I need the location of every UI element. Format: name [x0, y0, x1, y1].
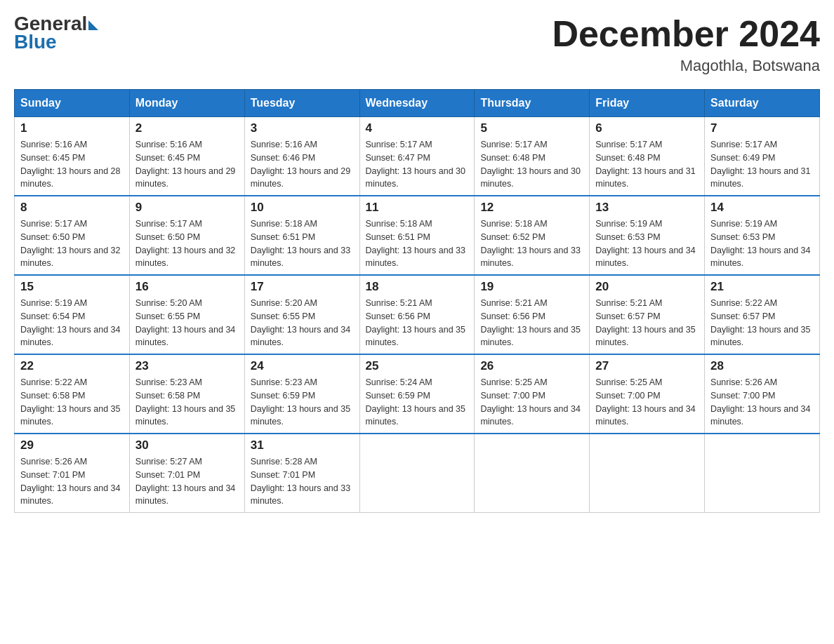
day-number: 20 — [595, 280, 699, 294]
calendar-cell: 14Sunrise: 5:19 AMSunset: 6:53 PMDayligh… — [705, 196, 820, 275]
calendar-cell: 10Sunrise: 5:18 AMSunset: 6:51 PMDayligh… — [244, 196, 359, 275]
title-block: December 2024 Magothla, Botswana — [552, 14, 820, 75]
calendar-cell: 13Sunrise: 5:19 AMSunset: 6:53 PMDayligh… — [590, 196, 705, 275]
day-number: 6 — [595, 121, 699, 135]
day-number: 24 — [251, 359, 354, 373]
day-number: 30 — [135, 438, 239, 452]
day-number: 22 — [20, 359, 124, 373]
day-info: Sunrise: 5:16 AMSunset: 6:46 PMDaylight:… — [251, 138, 354, 191]
calendar-cell: 2Sunrise: 5:16 AMSunset: 6:45 PMDaylight… — [129, 117, 244, 196]
logo: General Blue — [14, 14, 98, 52]
day-info: Sunrise: 5:25 AMSunset: 7:00 PMDaylight:… — [595, 376, 699, 429]
logo-text-blue: Blue — [14, 32, 98, 52]
day-number: 16 — [135, 280, 239, 294]
day-info: Sunrise: 5:18 AMSunset: 6:52 PMDaylight:… — [480, 217, 583, 270]
day-info: Sunrise: 5:16 AMSunset: 6:45 PMDaylight:… — [20, 138, 124, 191]
calendar-cell: 24Sunrise: 5:23 AMSunset: 6:59 PMDayligh… — [244, 354, 359, 434]
day-info: Sunrise: 5:18 AMSunset: 6:51 PMDaylight:… — [366, 217, 469, 270]
day-number: 13 — [595, 201, 699, 215]
day-info: Sunrise: 5:22 AMSunset: 6:58 PMDaylight:… — [20, 376, 124, 429]
calendar-cell: 18Sunrise: 5:21 AMSunset: 6:56 PMDayligh… — [359, 275, 475, 354]
calendar-week-row: 15Sunrise: 5:19 AMSunset: 6:54 PMDayligh… — [15, 275, 820, 354]
day-info: Sunrise: 5:27 AMSunset: 7:01 PMDaylight:… — [135, 455, 239, 508]
day-number: 15 — [20, 280, 124, 294]
calendar-week-row: 1Sunrise: 5:16 AMSunset: 6:45 PMDaylight… — [15, 117, 820, 196]
day-number: 14 — [710, 201, 814, 215]
day-number: 7 — [710, 121, 814, 135]
day-info: Sunrise: 5:19 AMSunset: 6:53 PMDaylight:… — [595, 217, 699, 270]
logo-arrow-icon — [88, 20, 98, 30]
day-number: 12 — [480, 201, 583, 215]
calendar-cell: 27Sunrise: 5:25 AMSunset: 7:00 PMDayligh… — [590, 354, 705, 434]
day-number: 21 — [710, 280, 814, 294]
day-number: 9 — [135, 201, 239, 215]
calendar-cell: 7Sunrise: 5:17 AMSunset: 6:49 PMDaylight… — [705, 117, 820, 196]
page-header: General Blue December 2024 Magothla, Bot… — [14, 14, 820, 75]
day-number: 1 — [20, 121, 124, 135]
day-number: 31 — [251, 438, 354, 452]
day-info: Sunrise: 5:25 AMSunset: 7:00 PMDaylight:… — [480, 376, 583, 429]
day-info: Sunrise: 5:17 AMSunset: 6:48 PMDaylight:… — [595, 138, 699, 191]
day-number: 29 — [20, 438, 124, 452]
calendar-cell: 6Sunrise: 5:17 AMSunset: 6:48 PMDaylight… — [590, 117, 705, 196]
day-number: 4 — [366, 121, 469, 135]
calendar-cell — [359, 434, 475, 513]
calendar-cell — [705, 434, 820, 513]
day-number: 11 — [366, 201, 469, 215]
day-info: Sunrise: 5:17 AMSunset: 6:47 PMDaylight:… — [366, 138, 469, 191]
day-number: 28 — [710, 359, 814, 373]
location-label: Magothla, Botswana — [552, 57, 820, 75]
calendar-cell: 19Sunrise: 5:21 AMSunset: 6:56 PMDayligh… — [475, 275, 590, 354]
calendar-cell: 29Sunrise: 5:26 AMSunset: 7:01 PMDayligh… — [15, 434, 130, 513]
calendar-cell: 23Sunrise: 5:23 AMSunset: 6:58 PMDayligh… — [129, 354, 244, 434]
calendar-cell — [590, 434, 705, 513]
calendar-cell: 28Sunrise: 5:26 AMSunset: 7:00 PMDayligh… — [705, 354, 820, 434]
day-number: 3 — [251, 121, 354, 135]
calendar-table: SundayMondayTuesdayWednesdayThursdayFrid… — [14, 89, 820, 513]
day-info: Sunrise: 5:18 AMSunset: 6:51 PMDaylight:… — [251, 217, 354, 270]
weekday-header-monday: Monday — [129, 90, 244, 117]
weekday-header-sunday: Sunday — [15, 90, 130, 117]
day-info: Sunrise: 5:23 AMSunset: 6:58 PMDaylight:… — [135, 376, 239, 429]
calendar-cell: 12Sunrise: 5:18 AMSunset: 6:52 PMDayligh… — [475, 196, 590, 275]
month-title: December 2024 — [552, 14, 820, 54]
day-info: Sunrise: 5:17 AMSunset: 6:50 PMDaylight:… — [135, 217, 239, 270]
day-info: Sunrise: 5:24 AMSunset: 6:59 PMDaylight:… — [366, 376, 469, 429]
calendar-cell: 5Sunrise: 5:17 AMSunset: 6:48 PMDaylight… — [475, 117, 590, 196]
day-number: 10 — [251, 201, 354, 215]
day-number: 18 — [366, 280, 469, 294]
day-info: Sunrise: 5:21 AMSunset: 6:56 PMDaylight:… — [366, 297, 469, 349]
day-info: Sunrise: 5:17 AMSunset: 6:49 PMDaylight:… — [710, 138, 814, 191]
calendar-cell: 30Sunrise: 5:27 AMSunset: 7:01 PMDayligh… — [129, 434, 244, 513]
day-number: 19 — [480, 280, 583, 294]
calendar-week-row: 22Sunrise: 5:22 AMSunset: 6:58 PMDayligh… — [15, 354, 820, 434]
calendar-week-row: 8Sunrise: 5:17 AMSunset: 6:50 PMDaylight… — [15, 196, 820, 275]
calendar-cell — [475, 434, 590, 513]
day-info: Sunrise: 5:26 AMSunset: 7:01 PMDaylight:… — [20, 455, 124, 508]
weekday-header-tuesday: Tuesday — [244, 90, 359, 117]
calendar-cell: 31Sunrise: 5:28 AMSunset: 7:01 PMDayligh… — [244, 434, 359, 513]
calendar-cell: 16Sunrise: 5:20 AMSunset: 6:55 PMDayligh… — [129, 275, 244, 354]
day-info: Sunrise: 5:26 AMSunset: 7:00 PMDaylight:… — [710, 376, 814, 429]
day-number: 26 — [480, 359, 583, 373]
day-info: Sunrise: 5:20 AMSunset: 6:55 PMDaylight:… — [135, 297, 239, 349]
calendar-cell: 17Sunrise: 5:20 AMSunset: 6:55 PMDayligh… — [244, 275, 359, 354]
weekday-header-wednesday: Wednesday — [359, 90, 475, 117]
day-info: Sunrise: 5:17 AMSunset: 6:48 PMDaylight:… — [480, 138, 583, 191]
day-number: 23 — [135, 359, 239, 373]
day-number: 5 — [480, 121, 583, 135]
day-number: 8 — [20, 201, 124, 215]
calendar-header-row: SundayMondayTuesdayWednesdayThursdayFrid… — [15, 90, 820, 117]
calendar-cell: 15Sunrise: 5:19 AMSunset: 6:54 PMDayligh… — [15, 275, 130, 354]
calendar-cell: 26Sunrise: 5:25 AMSunset: 7:00 PMDayligh… — [475, 354, 590, 434]
calendar-cell: 20Sunrise: 5:21 AMSunset: 6:57 PMDayligh… — [590, 275, 705, 354]
day-info: Sunrise: 5:20 AMSunset: 6:55 PMDaylight:… — [251, 297, 354, 349]
day-info: Sunrise: 5:23 AMSunset: 6:59 PMDaylight:… — [251, 376, 354, 429]
weekday-header-friday: Friday — [590, 90, 705, 117]
day-info: Sunrise: 5:21 AMSunset: 6:56 PMDaylight:… — [480, 297, 583, 349]
calendar-cell: 8Sunrise: 5:17 AMSunset: 6:50 PMDaylight… — [15, 196, 130, 275]
day-info: Sunrise: 5:19 AMSunset: 6:53 PMDaylight:… — [710, 217, 814, 270]
calendar-cell: 22Sunrise: 5:22 AMSunset: 6:58 PMDayligh… — [15, 354, 130, 434]
calendar-week-row: 29Sunrise: 5:26 AMSunset: 7:01 PMDayligh… — [15, 434, 820, 513]
calendar-cell: 3Sunrise: 5:16 AMSunset: 6:46 PMDaylight… — [244, 117, 359, 196]
